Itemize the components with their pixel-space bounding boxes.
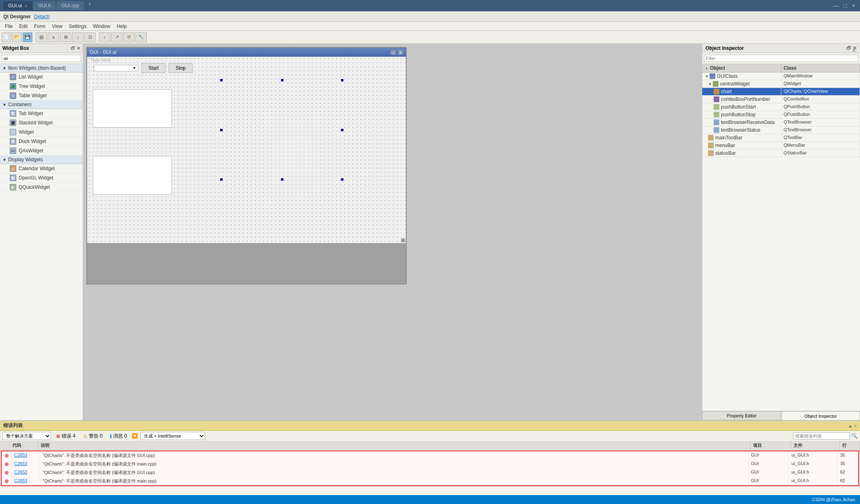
widget-box-float[interactable]: 🗗 — [71, 46, 75, 51]
inspector-row-textreceive[interactable]: textBrowserReceiveData QTextBrowser — [702, 119, 860, 126]
widget-box-header: Widget Box 🗗 ✕ — [0, 44, 83, 53]
object-inspector-tab[interactable]: Object Inspector — [781, 411, 860, 420]
inspector-float-btn[interactable]: 🗗 — [846, 45, 851, 51]
form-minimize-btn[interactable]: — — [390, 49, 396, 55]
error-row-1-line: 35 — [838, 460, 858, 468]
widget-table-widget[interactable]: ⊞ Table Widget — [0, 91, 83, 100]
maximize-btn[interactable]: □ — [842, 2, 848, 9]
widget-search-clear[interactable]: ✕ — [852, 48, 856, 53]
toolbar-btn3[interactable]: ⊞ — [60, 32, 71, 42]
dot-marker-7 — [281, 178, 283, 181]
inspector-row-pushbtnstart[interactable]: pushButtonStart QPushButton — [702, 103, 860, 111]
toolbar-btn4[interactable]: ↕ — [72, 32, 84, 42]
dock-widget-icon: ⬜ — [10, 138, 16, 145]
inspector-class-textreceive: QTextBrowser — [781, 119, 860, 126]
toolbar-btn9[interactable]: 🔧 — [135, 32, 147, 42]
error-search-icon[interactable]: 🔍 — [851, 433, 858, 439]
error-row-3[interactable]: ⊗ C2653 "QtCharts": 不是类或命名空间名称 (编译源文件 ma… — [2, 477, 858, 485]
widget-calendar-widget[interactable]: 12 Calendar Widget — [0, 164, 83, 173]
toolbar-open[interactable]: 📂 — [12, 32, 22, 42]
inspector-row-maintoolbar[interactable]: mainToolBar QToolBar — [702, 134, 860, 142]
resize-handle[interactable]: ◢ — [401, 238, 405, 242]
widget-qquickwidget[interactable]: ▶ QQuickWidget — [0, 183, 83, 192]
widget-qaxwidget[interactable]: AX QAxWidget — [0, 146, 83, 156]
tab-gui-h[interactable]: GUI.h — [33, 1, 56, 10]
error-filter-icon[interactable]: 🔽 — [132, 433, 138, 439]
toolbar-new[interactable]: 📄 — [2, 32, 11, 42]
form-titlebar: GUI - GUI.ui — ✕ — [87, 48, 406, 57]
error-row-0[interactable]: ⊗ C2653 "QtCharts": 不是类或命名空间名称 (编译源文件 GU… — [2, 451, 858, 460]
text-browser-status[interactable] — [93, 156, 172, 194]
widget-tab-widget[interactable]: ⬜ Tab Widget — [0, 109, 83, 118]
close-btn[interactable]: × — [850, 2, 857, 9]
widget-stacked-widget[interactable]: ⬛ Stacked Widget — [0, 118, 83, 128]
inspector-filter-input[interactable] — [704, 55, 858, 62]
form-body[interactable]: Type Here ▼ Start Stop — [87, 57, 406, 243]
inspector-col-sort-icon: ▲ — [705, 66, 708, 70]
toolbar-save[interactable]: 💾 — [23, 32, 32, 42]
error-row-1[interactable]: ⊗ C2653 "QtCharts": 不是类或命名空间名称 (编译源文件 ma… — [2, 460, 858, 468]
widget-dock-widget[interactable]: ⬜ Dock Widget — [0, 137, 83, 146]
tab-gui-ui-close[interactable]: ✕ — [24, 4, 28, 8]
toolbar-btn5[interactable]: ⊡ — [84, 32, 96, 42]
stop-button[interactable]: Stop — [169, 63, 193, 73]
start-button[interactable]: Start — [142, 63, 165, 73]
detach-link[interactable]: Detach — [34, 14, 49, 19]
menu-help[interactable]: Help — [114, 23, 130, 30]
toolbar-btn2[interactable]: ≡ — [48, 32, 59, 42]
widget-label: Widget — [19, 129, 34, 135]
toolbar-btn1[interactable]: ▤ — [36, 32, 47, 42]
bottom-close-btn[interactable]: × — [854, 423, 857, 428]
combo-box-port[interactable]: ▼ — [94, 65, 138, 71]
widget-box-close[interactable]: ✕ — [77, 46, 80, 51]
menu-window[interactable]: Window — [90, 23, 114, 30]
inspector-row-pushbtnstop[interactable]: pushButtonStop QPushButton — [702, 111, 860, 119]
inspector-filter-area — [702, 53, 860, 64]
bottom-float-btn[interactable]: ▲ — [848, 423, 853, 428]
inspector-col-object: ▲ Object — [702, 64, 781, 72]
menu-edit[interactable]: Edit — [16, 23, 31, 30]
widget-widget[interactable]: □ Widget — [0, 128, 83, 137]
inspector-row-menubar[interactable]: menuBar QMenuBar — [702, 142, 860, 149]
inspector-row-combo[interactable]: comboBoxPortNumber QComboBox — [702, 96, 860, 103]
error-search-input[interactable] — [793, 432, 850, 440]
list-widget-label: List Widget — [19, 74, 43, 80]
property-editor-tab[interactable]: Property Editor — [702, 411, 781, 420]
widget-list-widget[interactable]: ≡ List Widget — [0, 73, 83, 82]
category-containers[interactable]: ▼ Containers — [0, 100, 83, 109]
inspector-row-chart[interactable]: chart QtCharts::QChartView — [702, 88, 860, 96]
inspector-row-centralwidget[interactable]: ▼ centralWidget QWidget — [702, 80, 860, 88]
category-display-widgets[interactable]: ▼ Display Widgets — [0, 156, 83, 164]
menu-form[interactable]: Form — [31, 23, 49, 30]
error-row-2-code[interactable]: C2653 — [12, 469, 40, 476]
menu-file[interactable]: File — [2, 23, 16, 30]
toolbar-btn8[interactable]: ⟳ — [123, 32, 135, 42]
tab-gui-ui[interactable]: GUI.ui ✕ — [3, 1, 32, 10]
title-bar-controls: — □ × — [831, 2, 857, 9]
menu-view[interactable]: View — [49, 23, 66, 30]
widget-opengl-widget[interactable]: ⬜ OpenGL Widget — [0, 173, 83, 183]
error-row-0-code[interactable]: C2653 — [12, 452, 40, 459]
error-scope-select[interactable]: 整个解决方案 — [2, 432, 51, 440]
widget-tree-widget[interactable]: 🌲 Tree Widget — [0, 82, 83, 91]
inspector-row-guiclass[interactable]: ▼ GUIClass QMainWindow — [702, 73, 860, 80]
add-tab-icon[interactable]: + — [85, 1, 94, 10]
form-close-btn[interactable]: ✕ — [398, 49, 403, 55]
inspector-row-textstatus[interactable]: textBrowserStatus QTextBrowser — [702, 126, 860, 134]
error-build-select[interactable]: 生成 + IntelliSense — [140, 432, 205, 440]
inspector-object-maintoolbar: mainToolBar — [702, 134, 781, 141]
opengl-widget-label: OpenGL Widget — [19, 175, 54, 181]
minimize-btn[interactable]: — — [831, 2, 840, 9]
inspector-row-statusbar[interactable]: statusBar QStatusBar — [702, 149, 860, 157]
widget-search-input[interactable] — [2, 55, 81, 62]
category-item-widgets[interactable]: ▼ Item Widgets (Item-Based) — [0, 64, 83, 73]
toolbar-btn6[interactable]: ↑ — [99, 32, 110, 42]
error-row-3-code[interactable]: C2653 — [12, 477, 40, 485]
toolbar-btn7[interactable]: ↗ — [111, 32, 122, 42]
error-row-2[interactable]: ⊗ C2653 "QtCharts": 不是类或命名空间名称 (编译源文件 GU… — [2, 468, 858, 477]
text-browser-receive[interactable] — [93, 89, 172, 128]
menu-settings[interactable]: Settings — [66, 23, 90, 30]
error-row-1-code[interactable]: C2653 — [12, 460, 40, 468]
calendar-widget-label: Calendar Widget — [19, 166, 55, 171]
tab-gui-cpp[interactable]: GUI.cpp — [56, 1, 84, 10]
